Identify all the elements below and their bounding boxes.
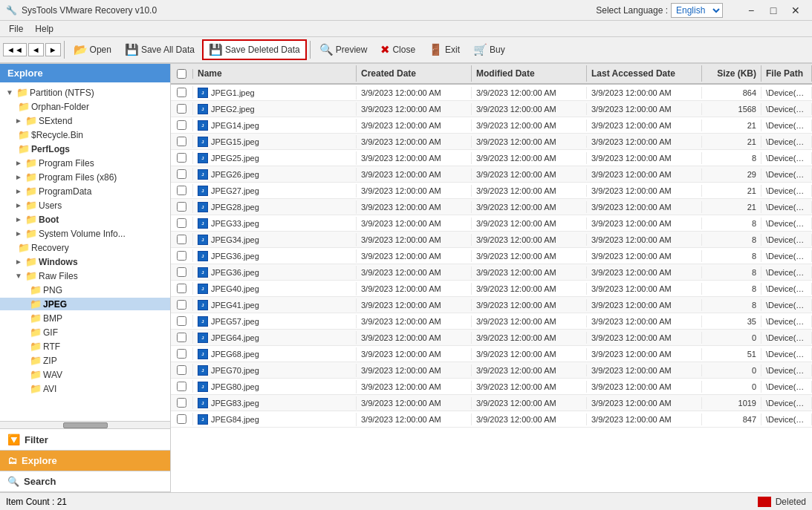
expand-icon-programfilesx86[interactable]: ► (15, 173, 24, 181)
expand-icon-rawfiles[interactable]: ▼ (15, 272, 24, 280)
row-check-12[interactable] (171, 282, 193, 295)
table-row[interactable]: J JPEG14.jpeg 3/9/2023 12:00:00 AM 3/9/2… (171, 117, 812, 134)
expand-icon-sysvolinfo[interactable]: ► (15, 229, 24, 238)
row-check-19[interactable] (171, 396, 193, 409)
tree-node-srecycle[interactable]: 📁 $Recycle.Bin (0, 128, 170, 142)
row-check-15[interactable] (171, 331, 193, 344)
tree-node-boot[interactable]: ► 📁 Boot (0, 212, 170, 226)
close-button[interactable]: ✖ Close (374, 39, 421, 60)
col-header-check[interactable] (171, 69, 193, 79)
select-all-checkbox[interactable] (177, 69, 186, 79)
row-check-1[interactable] (171, 102, 193, 115)
menu-help[interactable]: Help (29, 22, 59, 36)
tree-node-programfiles[interactable]: ► 📁 Program Files (0, 156, 170, 170)
tree-node-rawfiles[interactable]: ▼ 📁 Raw Files (0, 269, 170, 283)
nav-first-button[interactable]: ◄◄ (3, 43, 27, 56)
filter-button[interactable]: 🔽 Filter (0, 429, 170, 451)
explore-button[interactable]: 🗂 Explore (0, 451, 170, 471)
tree-node-wav[interactable]: 📁 WAV (0, 367, 170, 382)
col-header-size[interactable]: Size (KB) (702, 65, 761, 82)
expand-icon-partition[interactable]: ▼ (6, 88, 15, 97)
row-check-5[interactable] (171, 168, 193, 180)
row-check-13[interactable] (171, 298, 193, 311)
table-row[interactable]: J JPEG34.jpeg 3/9/2023 12:00:00 AM 3/9/2… (171, 232, 812, 248)
close-window-button[interactable]: ✕ (785, 2, 806, 19)
tree-node-png[interactable]: 📁 PNG (0, 283, 170, 297)
search-button[interactable]: 🔍 Search (0, 471, 170, 492)
language-select[interactable]: English French German (671, 3, 723, 18)
row-check-18[interactable] (171, 380, 193, 393)
tree-node-sysvolinfo[interactable]: ► 📁 System Volume Info... (0, 226, 170, 241)
row-check-10[interactable] (171, 249, 193, 262)
tree-node-programdata[interactable]: ► 📁 ProgramData (0, 184, 170, 198)
tree-node-gif[interactable]: 📁 GIF (0, 325, 170, 339)
table-row[interactable]: J JPEG84.jpeg 3/9/2023 12:00:00 AM 3/9/2… (171, 411, 812, 428)
expand-icon-users[interactable]: ► (15, 201, 24, 209)
table-row[interactable]: J JPEG25.jpeg 3/9/2023 12:00:00 AM 3/9/2… (171, 150, 812, 166)
table-row[interactable]: J JPEG15.jpeg 3/9/2023 12:00:00 AM 3/9/2… (171, 134, 812, 150)
col-header-accessed[interactable]: Last Accessed Date (587, 65, 702, 82)
table-row[interactable]: J JPEG70.jpeg 3/9/2023 12:00:00 AM 3/9/2… (171, 362, 812, 379)
table-row[interactable]: J JPEG28.jpeg 3/9/2023 12:00:00 AM 3/9/2… (171, 199, 812, 215)
table-row[interactable]: J JPEG2.jpeg 3/9/2023 12:00:00 AM 3/9/20… (171, 101, 812, 117)
tree-node-programfilesx86[interactable]: ► 📁 Program Files (x86) (0, 170, 170, 184)
table-row[interactable]: J JPEG36.jpeg 3/9/2023 12:00:00 AM 3/9/2… (171, 264, 812, 281)
table-row[interactable]: J JPEG57.jpeg 3/9/2023 12:00:00 AM 3/9/2… (171, 313, 812, 330)
tree-node-zip[interactable]: 📁 ZIP (0, 353, 170, 367)
row-check-9[interactable] (171, 233, 193, 246)
col-header-created[interactable]: Created Date (357, 65, 472, 82)
row-check-2[interactable] (171, 119, 193, 131)
table-row[interactable]: J JPEG26.jpeg 3/9/2023 12:00:00 AM 3/9/2… (171, 166, 812, 183)
row-check-20[interactable] (171, 413, 193, 425)
nav-next-button[interactable]: ► (45, 43, 61, 56)
table-row[interactable]: J JPEG33.jpeg 3/9/2023 12:00:00 AM 3/9/2… (171, 215, 812, 232)
minimize-button[interactable]: − (741, 2, 761, 19)
tree-node-sextend[interactable]: ► 📁 SExtend (0, 114, 170, 128)
row-check-11[interactable] (171, 266, 193, 278)
row-check-17[interactable] (171, 364, 193, 376)
row-check-3[interactable] (171, 135, 193, 148)
tree-node-partition[interactable]: ▼ 📁 Partition (NTFS) (0, 85, 170, 99)
nav-prev-button[interactable]: ◄ (28, 43, 44, 56)
col-header-name[interactable]: Name (193, 65, 357, 82)
tree-node-rtf[interactable]: 📁 RTF (0, 339, 170, 353)
tree-node-recovery[interactable]: 📁 Recovery (0, 241, 170, 255)
table-row[interactable]: J JPEG83.jpeg 3/9/2023 12:00:00 AM 3/9/2… (171, 395, 812, 411)
expand-icon-windows[interactable]: ► (15, 258, 24, 266)
maximize-button[interactable]: □ (763, 2, 784, 19)
row-check-0[interactable] (171, 86, 193, 99)
tree-node-windows[interactable]: ► 📁 Windows (0, 255, 170, 269)
table-row[interactable]: J JPEG68.jpeg 3/9/2023 12:00:00 AM 3/9/2… (171, 346, 812, 362)
col-header-filepath[interactable]: File Path (761, 65, 812, 82)
row-check-16[interactable] (171, 347, 193, 360)
expand-icon-programfiles[interactable]: ► (15, 159, 24, 167)
tree-node-jpeg[interactable]: 📁 JPEG (0, 297, 170, 311)
table-row[interactable]: J JPEG1.jpeg 3/9/2023 12:00:00 AM 3/9/20… (171, 85, 812, 101)
tree-node-orphan[interactable]: 📁 Orphan-Folder (0, 99, 170, 114)
horizontal-scrollbar[interactable] (0, 421, 170, 428)
save-deleted-button[interactable]: 💾 Save Deleted Data (202, 39, 307, 60)
expand-icon-boot[interactable]: ► (15, 215, 24, 223)
save-all-button[interactable]: 💾 Save All Data (119, 39, 201, 60)
open-button[interactable]: 📂 Open (68, 39, 117, 60)
buy-button[interactable]: 🛒 Buy (467, 39, 511, 60)
col-header-modified[interactable]: Modified Date (472, 65, 587, 82)
row-check-4[interactable] (171, 151, 193, 164)
table-row[interactable]: J JPEG36.jpeg 3/9/2023 12:00:00 AM 3/9/2… (171, 248, 812, 264)
exit-button[interactable]: 🚪 Exit (423, 39, 466, 60)
row-check-8[interactable] (171, 217, 193, 229)
expand-icon-programdata[interactable]: ► (15, 187, 24, 195)
tree-node-users[interactable]: ► 📁 Users (0, 198, 170, 212)
table-row[interactable]: J JPEG64.jpeg 3/9/2023 12:00:00 AM 3/9/2… (171, 330, 812, 346)
table-row[interactable]: J JPEG41.jpeg 3/9/2023 12:00:00 AM 3/9/2… (171, 297, 812, 313)
tree-node-avi[interactable]: 📁 AVI (0, 382, 170, 396)
table-row[interactable]: J JPEG40.jpeg 3/9/2023 12:00:00 AM 3/9/2… (171, 281, 812, 297)
table-row[interactable]: J JPEG80.jpeg 3/9/2023 12:00:00 AM 3/9/2… (171, 379, 812, 395)
row-check-6[interactable] (171, 184, 193, 197)
tree-node-bmp[interactable]: 📁 BMP (0, 311, 170, 325)
tree-area[interactable]: ▼ 📁 Partition (NTFS) 📁 Orphan-Folder ► (0, 82, 170, 421)
row-check-7[interactable] (171, 200, 193, 213)
menu-file[interactable]: File (3, 22, 29, 36)
tree-node-perflogs[interactable]: 📁 PerfLogs (0, 142, 170, 156)
expand-icon-sextend[interactable]: ► (15, 117, 24, 125)
